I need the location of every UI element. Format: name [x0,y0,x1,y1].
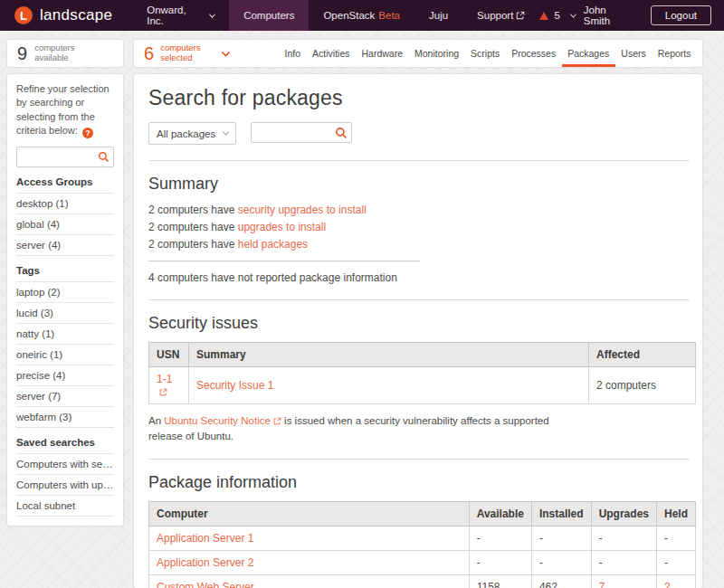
summary-divider [148,261,420,261]
sidebar-filter-item[interactable]: natty (1) [16,323,114,344]
computers-selected-dropdown[interactable]: 6 computers selected [144,40,229,67]
sidebar-search [16,147,114,167]
security-upgrades-link[interactable]: security upgrades to install [238,204,367,216]
installed-cell: - [531,551,591,575]
chevron-down-icon [209,11,215,17]
tab-info[interactable]: Info [279,40,307,67]
page-body: 9 computers available Refine your select… [0,31,724,588]
summary-title: Summary [148,175,690,194]
chevron-down-icon [222,48,231,57]
column-header-computer: Computer [149,502,470,526]
table-header-row: Computer Available Installed Upgrades He… [149,502,696,526]
computers-available-card: 9 computers available [7,40,123,67]
nav-openstack[interactable]: OpenStack Beta [309,0,414,31]
tab-hardware[interactable]: Hardware [356,40,409,67]
org-name: Onward, Inc. [147,5,205,26]
refine-text: Refine your selection by searching or se… [16,82,114,138]
security-issue-link[interactable]: Security Issue 1 [196,379,273,392]
nav-support[interactable]: Support [462,0,539,31]
external-link-icon [159,388,167,396]
chevron-down-icon [223,129,229,136]
ubuntu-security-notice-link[interactable]: Ubuntu Security Notice [164,415,271,426]
column-header-available: Available [469,502,531,526]
computer-link[interactable]: Application Server 2 [157,556,253,569]
installed-cell: - [531,526,591,551]
search-icon[interactable] [335,127,348,139]
security-issues-title: Security issues [148,314,690,333]
sidebar-filter-item[interactable]: Computers with securit… [16,453,114,474]
sidebar-filter-item[interactable]: oneiric (1) [16,344,114,365]
tab-reports[interactable]: Reports [652,40,697,67]
help-icon[interactable]: ? [82,128,93,138]
tab-activities[interactable]: Activities [307,40,356,67]
held-cell: - [656,526,695,551]
page-title: Search for packages [148,86,690,110]
available-count-label: computers available [34,43,85,63]
sidebar-filter-item[interactable]: server (7) [16,385,114,406]
available-cell: - [469,551,531,575]
available-count: 9 [17,43,27,64]
table-row: Application Server 2 - - - - [149,551,696,575]
landscape-logo[interactable]: L landscape [0,0,127,31]
sidebar-filter-item[interactable]: Computers with upgrades [16,474,114,495]
tab-processes[interactable]: Processes [506,40,562,67]
sidebar-filter-item[interactable]: webfarm (3) [16,406,114,427]
upgrades-count-link[interactable]: 7 [599,581,605,588]
top-nav: Onward, Inc. Computers OpenStack Beta Ju… [132,0,539,31]
alerts-menu[interactable]: 5 [539,10,575,21]
criteria-header: Tags [16,256,114,281]
summary-lines: 2 computers have security upgrades to in… [148,201,690,252]
landscape-logo-icon: L [14,6,33,24]
usn-link[interactable]: 1-1 [157,373,172,385]
held-packages-link[interactable]: held packages [238,238,308,251]
nav-org-menu[interactable]: Onward, Inc. [132,0,229,31]
refine-card: Refine your selection by searching or se… [7,74,123,526]
tab-users[interactable]: Users [615,40,652,67]
criteria-group-tags: Tags laptop (2) lucid (3) natty (1) onei… [16,256,114,428]
column-header-summary: Summary [189,343,589,367]
tab-monitoring[interactable]: Monitoring [409,40,465,67]
logo-letter: L [20,9,27,23]
table-row: 1-1 Security Issue 1 2 computers [149,367,696,404]
column-header-upgrades: Upgrades [591,502,656,526]
upgrades-link[interactable]: upgrades to install [238,221,326,233]
column-header-installed: Installed [531,502,591,526]
nav-juju[interactable]: Juju [414,0,462,31]
tab-scripts[interactable]: Scripts [465,40,506,67]
computer-link[interactable]: Application Server 1 [157,532,253,545]
table-row: Custom Web Server 1158 462 7 2 [149,575,696,588]
column-header-affected: Affected [589,343,696,367]
topbar-right: 5 John Smith Logout [539,0,724,31]
tab-packages[interactable]: Packages [562,40,615,67]
held-count-link[interactable]: 2 [664,581,671,588]
package-search [251,122,352,145]
beta-badge: Beta [378,10,400,21]
sidebar-filter-item[interactable]: lucid (3) [16,302,114,323]
main-column: 6 computers selected Info Activities Har… [134,40,702,588]
brand-name: landscape [40,6,112,24]
sidebar-filter-item[interactable]: laptop (2) [16,281,114,302]
nav-computers[interactable]: Computers [229,0,309,31]
logout-button[interactable]: Logout [651,5,711,25]
top-bar: L landscape Onward, Inc. Computers OpenS… [0,0,724,31]
criteria-group-access-groups: Access Groups desktop (1) global (4) ser… [16,167,114,256]
not-reported-note: 4 computers have not reported package in… [148,271,690,284]
security-issues-table: USN Summary Affected 1-1 Security Issue … [148,342,696,404]
content-card: Search for packages All packages Summary… [134,74,702,588]
sidebar-filter-item[interactable]: desktop (1) [16,193,114,213]
criteria-header: Saved searches [16,428,114,453]
alert-count: 5 [554,10,559,21]
section-divider [148,459,690,460]
sidebar-filter-item[interactable]: precise (4) [16,365,114,385]
sidebar-filter-item[interactable]: global (4) [16,213,114,234]
computer-link[interactable]: Custom Web Server [157,581,254,588]
search-icon[interactable] [98,151,110,163]
column-header-usn: USN [149,343,189,367]
usn-explanation: An Ubuntu Security Notice is issued when… [148,413,565,443]
package-filter-select[interactable]: All packages [148,122,236,145]
sidebar-filter-item[interactable]: server (4) [16,234,114,255]
sidebar-filter-item[interactable]: Local subnet [16,495,114,517]
selected-count: 6 [144,43,154,64]
package-filter-value: All packages [157,128,215,139]
search-controls: All packages [148,122,690,145]
